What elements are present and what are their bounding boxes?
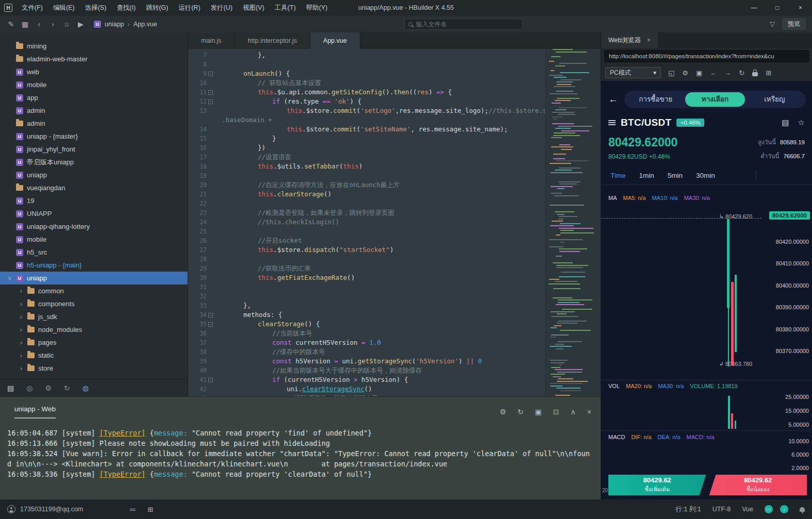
minimap[interactable] [545, 49, 601, 396]
tree-item-jinpai-yhyl-front[interactable]: Ujinpai_yhyl_front [0, 143, 188, 156]
list-icon[interactable]: ≔ [129, 506, 136, 513]
tree-item-uniapp[interactable]: Uuniapp [0, 169, 188, 181]
nav-back-icon[interactable]: ‹ [32, 20, 46, 28]
tab-app-vue[interactable]: App.vue [310, 32, 360, 49]
encoding[interactable]: UTF-8 [712, 506, 731, 513]
tree-item-uniapp[interactable]: UUNIAPP [0, 207, 188, 220]
open-external-icon[interactable]: ⊡ [553, 408, 559, 416]
timeframe-5min[interactable]: 5min [668, 172, 683, 179]
menu-y[interactable]: 帮助(Y) [301, 0, 333, 15]
menu-e[interactable]: 编辑(E) [48, 0, 80, 15]
sync-icon[interactable]: ↻ [64, 384, 70, 392]
cursor-position[interactable]: 行:1 列:1 [675, 505, 701, 514]
nav-tab-item[interactable]: เหรียญ [745, 92, 804, 107]
timeframe-30min[interactable]: 30min [696, 172, 715, 179]
tree-item-web[interactable]: Uweb [0, 65, 188, 78]
tree-item-uniapp[interactable]: U帝启版本uniapp [0, 156, 188, 169]
tree-item-app[interactable]: Uapp [0, 91, 188, 104]
close-button[interactable]: × [789, 0, 812, 15]
grid-icon[interactable]: ⊞ [147, 506, 153, 513]
sell-button[interactable]: 80429.62 ซื้อน้อยลง [709, 475, 807, 495]
tree-item-19[interactable]: U19 [0, 194, 188, 207]
lock-icon[interactable] [752, 72, 758, 76]
fold-marker[interactable]: − [207, 97, 214, 106]
menu-f[interactable]: 文件(F) [16, 0, 48, 15]
tree-item-uniapp-qihang-lottery[interactable]: Uuniapp-qihang-lottery [0, 220, 188, 233]
fold-marker[interactable]: − [207, 375, 214, 384]
minimize-button[interactable]: — [742, 0, 766, 15]
nav-tab-item[interactable]: การซื้อขาย [626, 92, 685, 107]
breadcrumb-project[interactable]: uniapp [105, 21, 124, 28]
url-input[interactable] [604, 50, 809, 62]
update-icon[interactable]: ↓ [780, 505, 788, 513]
fold-marker[interactable]: − [207, 88, 214, 97]
network-icon[interactable]: ◍ [82, 384, 89, 392]
restart-icon[interactable]: ↻ [518, 408, 524, 416]
menu-u[interactable]: 发行(U) [206, 0, 238, 15]
buy-button[interactable]: 80429.62 ซื้อเพิ่มเติม [608, 475, 706, 495]
tree-item-store[interactable]: ›store [0, 362, 188, 375]
nav-tab-item[interactable]: ทางเลือก [685, 92, 744, 107]
code-editor[interactable]: 7},89−onLaunch() {10// 获取站点基本设置11−this.$… [188, 49, 601, 396]
tree-item-js-sdk[interactable]: ›js_sdk [0, 310, 188, 323]
file-search-box[interactable] [404, 19, 523, 30]
tab-main-js[interactable]: main.js [188, 32, 235, 49]
refresh-icon[interactable]: ↻ [739, 69, 744, 77]
pairs-menu-icon[interactable] [608, 120, 616, 125]
tree-item-mobile[interactable]: Umobile [0, 233, 188, 246]
nav-forward-icon[interactable]: › [46, 20, 60, 28]
tree-item-admin[interactable]: admin [0, 117, 188, 130]
clear-icon[interactable]: × [587, 408, 591, 416]
new-file-icon[interactable]: ✎ [4, 20, 18, 28]
menu-r[interactable]: 运行(R) [173, 0, 205, 15]
files-panel-icon[interactable]: ▤ [7, 384, 14, 392]
responsive-icon[interactable]: ◱ [668, 69, 674, 77]
menu-t[interactable]: 工具(T) [270, 0, 301, 15]
orders-icon[interactable]: ▤ [782, 118, 789, 127]
settings-gear-icon[interactable]: ⚙ [682, 69, 688, 77]
grid-icon[interactable]: ⊞ [766, 69, 771, 77]
tree-item-mining[interactable]: mining [0, 40, 188, 53]
tab-http-interceptor-js[interactable]: http.interceptor.js [235, 32, 310, 49]
tree-item-common[interactable]: ›common [0, 284, 188, 297]
error-link[interactable]: [TypeError] [100, 470, 145, 478]
stop-icon[interactable]: ▣ [535, 408, 542, 416]
tree-item-uniapp[interactable]: ∨Uuniapp [0, 272, 188, 284]
close-icon[interactable]: × [647, 37, 651, 44]
forward-icon[interactable]: → [724, 69, 731, 77]
tree-item-mobile[interactable]: Umobile [0, 78, 188, 91]
tree-item-vueqiangdan[interactable]: vueqiangdan [0, 181, 188, 194]
preview-panel-icon[interactable]: ◎ [26, 384, 32, 392]
browser-tab[interactable]: Web浏览器 × [601, 32, 658, 48]
candlestick-chart[interactable]: ↳ 80429.620 80429.62000 ↲ 80363.780 8042… [601, 205, 812, 380]
message-icon[interactable]: ⋯ [765, 505, 773, 513]
browser-mode-select[interactable]: PC模式 ▾ [605, 67, 661, 78]
debug-settings-icon[interactable]: ⚙ [500, 408, 506, 416]
tree-item-node-modules[interactable]: ›node_modules [0, 323, 188, 336]
fold-marker[interactable]: − [207, 69, 214, 78]
fold-marker[interactable]: − [207, 320, 214, 329]
favorite-star-icon[interactable]: ☆ [798, 118, 805, 127]
app-back-icon[interactable]: ← [608, 94, 618, 105]
tree-item-components[interactable]: ›components [0, 297, 188, 310]
collapse-icon[interactable]: ∧ [571, 408, 576, 416]
save-icon[interactable]: ▦ [18, 20, 32, 28]
fold-marker[interactable]: − [207, 310, 214, 320]
console-tab[interactable]: uniapp - Web [14, 405, 56, 418]
breadcrumb-file[interactable]: App.vue [134, 21, 157, 28]
menu-s[interactable]: 选择(S) [80, 0, 112, 15]
tree-item-uniapp-master[interactable]: Uuniapp - {master} [0, 130, 188, 143]
menu-g[interactable]: 跳转(G) [141, 0, 173, 15]
tree-item-pages[interactable]: ›pages [0, 336, 188, 349]
search-input[interactable] [416, 21, 519, 28]
menu-i[interactable]: 查找(I) [111, 0, 141, 15]
error-link[interactable]: [TypeError] [100, 429, 145, 437]
tree-item-h5-src[interactable]: Uh5_src [0, 246, 188, 259]
devtools-icon[interactable]: ▣ [696, 69, 702, 77]
bell-icon[interactable] [800, 507, 805, 512]
tree-item-admin[interactable]: Uadmin [0, 104, 188, 117]
tree-item-eladmin-web-master[interactable]: eladmin-web-master [0, 53, 188, 65]
settings-icon[interactable]: ⚙ [45, 384, 52, 392]
preview-button[interactable]: 预览 [782, 18, 806, 30]
account-area[interactable]: 1735031199@qq.com [7, 505, 83, 513]
